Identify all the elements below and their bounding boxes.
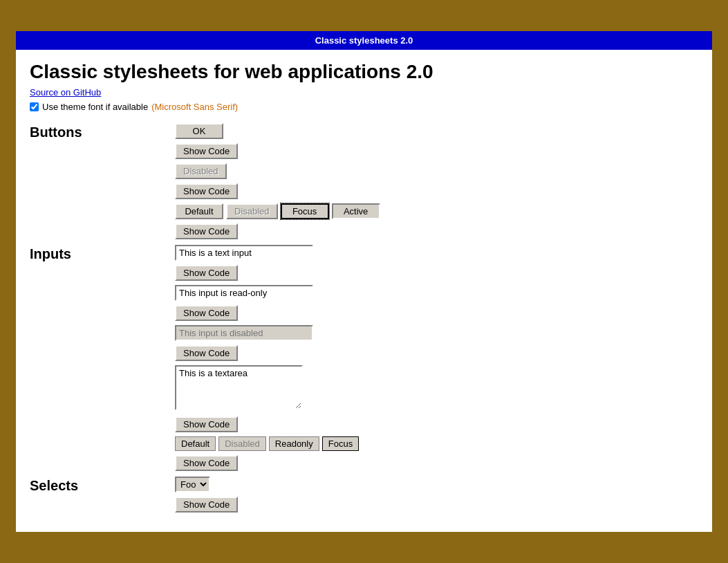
- buttons-section-content: OK Show Code Disabled Show Code Default …: [175, 123, 698, 239]
- input-readonly-btn[interactable]: Readonly: [269, 436, 319, 451]
- textarea-input[interactable]: [175, 365, 303, 410]
- show-code-btn-6-row: Show Code: [175, 345, 698, 361]
- show-code-button-5[interactable]: Show Code: [175, 305, 238, 321]
- show-code-btn-7-row: Show Code: [175, 416, 698, 432]
- input-default-btn[interactable]: Default: [175, 436, 216, 451]
- disabled-button: Disabled: [175, 163, 227, 179]
- disabled-state-button: Disabled: [226, 203, 278, 219]
- selects-section: Selects Foo Show Code: [30, 477, 698, 513]
- show-code-button-9[interactable]: Show Code: [175, 497, 238, 513]
- active-button[interactable]: Active: [332, 203, 380, 219]
- theme-font-row: Use theme font if available (Microsoft S…: [30, 102, 698, 112]
- select-row: Foo: [175, 477, 698, 492]
- show-code-btn-3-row: Show Code: [175, 223, 698, 239]
- focus-button[interactable]: Focus: [281, 203, 329, 219]
- show-code-button-7[interactable]: Show Code: [175, 416, 238, 432]
- show-code-btn-4-row: Show Code: [175, 265, 698, 281]
- inputs-section-content: Show Code Show Code Show Code: [175, 245, 698, 471]
- show-code-btn-5-row: Show Code: [175, 305, 698, 321]
- show-code-btn-9-row: Show Code: [175, 497, 698, 513]
- show-code-btn-1-row: Show Code: [175, 143, 698, 159]
- text-input[interactable]: [175, 245, 313, 261]
- default-button[interactable]: Default: [175, 203, 223, 219]
- theme-font-accent: (Microsoft Sans Serif): [151, 102, 238, 112]
- selects-section-content: Foo Show Code: [175, 477, 698, 513]
- readonly-input-row: [175, 285, 698, 301]
- input-states-row: Default Disabled Readonly Focus: [175, 436, 698, 451]
- show-code-btn-8-row: Show Code: [175, 455, 698, 471]
- inputs-section-label: Inputs: [30, 245, 175, 471]
- text-input-row: [175, 245, 698, 261]
- show-code-button-1[interactable]: Show Code: [175, 143, 238, 159]
- show-code-button-4[interactable]: Show Code: [175, 265, 238, 281]
- ok-button[interactable]: OK: [175, 123, 223, 139]
- title-bar: Classic stylesheets 2.0: [16, 31, 712, 50]
- page-title: Classic stylesheets for web applications…: [30, 61, 698, 83]
- inputs-section: Inputs Show Code Show Code S: [30, 245, 698, 471]
- readonly-input[interactable]: [175, 285, 313, 301]
- content-area: Classic stylesheets for web applications…: [16, 50, 712, 532]
- show-code-button-8[interactable]: Show Code: [175, 455, 238, 471]
- show-code-button-2[interactable]: Show Code: [175, 183, 238, 199]
- selects-section-label: Selects: [30, 477, 175, 513]
- title-bar-text: Classic stylesheets 2.0: [315, 35, 413, 46]
- disabled-input: [175, 325, 313, 341]
- textarea-row: [175, 365, 698, 412]
- ok-button-row: OK: [175, 123, 698, 139]
- show-code-btn-2-row: Show Code: [175, 183, 698, 199]
- github-link[interactable]: Source on GitHub: [30, 87, 698, 98]
- show-code-button-6[interactable]: Show Code: [175, 345, 238, 361]
- buttons-section-label: Buttons: [30, 123, 175, 239]
- show-code-button-3[interactable]: Show Code: [175, 223, 238, 239]
- foo-select[interactable]: Foo: [175, 477, 210, 492]
- buttons-section: Buttons OK Show Code Disabled Show Code …: [30, 123, 698, 239]
- button-states-row: Default Disabled Focus Active: [175, 203, 698, 219]
- theme-font-label: Use theme font if available: [42, 102, 148, 112]
- window-frame: Classic stylesheets 2.0 Classic styleshe…: [14, 29, 714, 534]
- theme-font-checkbox[interactable]: [30, 102, 39, 111]
- input-disabled-btn: Disabled: [218, 436, 266, 451]
- input-focus-btn[interactable]: Focus: [322, 436, 359, 451]
- disabled-button-row: Disabled: [175, 163, 698, 179]
- disabled-input-row: [175, 325, 698, 341]
